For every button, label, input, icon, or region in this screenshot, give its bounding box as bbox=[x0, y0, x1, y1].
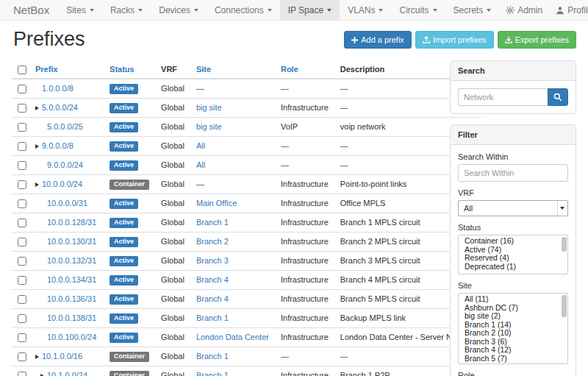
site-cell: — bbox=[190, 79, 275, 99]
row-checkbox[interactable] bbox=[18, 276, 26, 285]
prefix-link[interactable]: 10.0.0.130/31 bbox=[47, 237, 96, 246]
row-checkbox[interactable] bbox=[18, 219, 26, 227]
caret-down-icon bbox=[487, 9, 491, 12]
caret-slot bbox=[40, 313, 47, 323]
nav-item-racks[interactable]: Racks bbox=[102, 0, 151, 20]
role-value: Infrastructure bbox=[275, 194, 334, 213]
import-prefixes-button[interactable]: Import prefixes bbox=[415, 31, 494, 49]
listbox-option[interactable]: Reserved (4) bbox=[462, 254, 560, 263]
listbox-option[interactable]: Container (16) bbox=[462, 237, 560, 246]
listbox-option[interactable]: big site (2) bbox=[462, 312, 560, 321]
caret-slot bbox=[40, 256, 47, 266]
nav-item-admin[interactable]: Admin bbox=[499, 0, 549, 20]
site-link[interactable]: Branch 1 bbox=[196, 313, 229, 322]
prefix-link[interactable]: 9.0.0.0/8 bbox=[42, 141, 74, 150]
site-link[interactable]: Branch 1 bbox=[196, 218, 229, 227]
site-link[interactable]: Branch 3 bbox=[196, 256, 229, 265]
site-link[interactable]: Branch 1 bbox=[196, 371, 229, 376]
prefix-link[interactable]: 10.0.100.0/24 bbox=[47, 333, 96, 341]
nav-item-connections[interactable]: Connections bbox=[207, 0, 280, 20]
nav-label: Connections bbox=[215, 5, 264, 15]
site-link[interactable]: Branch 4 bbox=[196, 275, 229, 284]
nav-item-ip-space[interactable]: IP Space bbox=[280, 0, 340, 20]
select-all-checkbox[interactable] bbox=[18, 65, 26, 74]
col-header-site[interactable]: Site bbox=[190, 60, 275, 79]
site-link[interactable]: Branch 1 bbox=[196, 352, 229, 361]
listbox-option[interactable]: Branch 4 (12) bbox=[462, 346, 560, 355]
status-badge: Active bbox=[110, 218, 138, 228]
depth-indent bbox=[35, 339, 40, 340]
nav-item-profile[interactable]: Profile bbox=[549, 0, 588, 20]
status-badge: Active bbox=[110, 84, 138, 94]
table-row: 10.0.0.134/31 Active Global Branch 4 Inf… bbox=[12, 271, 481, 290]
add-prefix-button[interactable]: Add a prefix bbox=[344, 31, 412, 49]
nav-item-sites[interactable]: Sites bbox=[58, 0, 102, 20]
row-checkbox[interactable] bbox=[18, 199, 26, 208]
row-checkbox[interactable] bbox=[18, 104, 26, 113]
vrf-select[interactable]: All bbox=[458, 200, 568, 216]
row-checkbox[interactable] bbox=[18, 333, 26, 342]
scrollbar-thumb[interactable] bbox=[562, 237, 567, 252]
row-checkbox[interactable] bbox=[18, 123, 26, 132]
row-checkbox[interactable] bbox=[18, 85, 26, 93]
page-header: Prefixes Add a prefix Import prefixes Ex… bbox=[12, 25, 576, 60]
search-within-input[interactable] bbox=[458, 164, 568, 182]
search-button[interactable] bbox=[548, 88, 568, 106]
nav-item-secrets[interactable]: Secrets bbox=[445, 0, 500, 20]
prefix-link[interactable]: 10.1.0.0/24 bbox=[47, 371, 87, 376]
prefix-link[interactable]: 10.0.0.0/31 bbox=[47, 199, 87, 207]
depth-indent bbox=[35, 282, 40, 283]
site-link[interactable]: big site bbox=[196, 103, 222, 112]
row-checkbox[interactable] bbox=[18, 352, 26, 361]
col-header-prefix[interactable]: Prefix bbox=[29, 60, 104, 79]
status-listbox[interactable]: Container (16)Active (74)Reserved (4)Dep… bbox=[458, 235, 568, 274]
site-link[interactable]: Branch 2 bbox=[196, 237, 229, 246]
role-value: Infrastructure bbox=[275, 99, 334, 118]
prefix-link[interactable]: 10.0.0.0/24 bbox=[42, 180, 82, 188]
col-header-status[interactable]: Status bbox=[104, 60, 155, 79]
prefix-link[interactable]: 10.1.0.0/16 bbox=[42, 352, 82, 361]
caret-slot bbox=[40, 237, 47, 246]
row-checkbox[interactable] bbox=[18, 142, 26, 151]
prefix-link[interactable]: 9.0.0.0/24 bbox=[47, 160, 83, 169]
caret-slot bbox=[35, 352, 42, 361]
nav-item-devices[interactable]: Devices bbox=[151, 0, 207, 20]
prefix-link[interactable]: 10.0.0.138/31 bbox=[47, 313, 96, 322]
brand[interactable]: NetBox bbox=[7, 0, 58, 20]
export-icon bbox=[505, 36, 512, 43]
listbox-option[interactable]: All (11) bbox=[462, 295, 560, 304]
listbox-option[interactable]: Deprecated (1) bbox=[462, 263, 560, 272]
row-checkbox[interactable] bbox=[18, 180, 26, 189]
site-listbox[interactable]: All (11)Ashburn DC (7)big site (2)Branch… bbox=[458, 293, 568, 364]
row-checkbox[interactable] bbox=[18, 295, 26, 304]
col-header-role[interactable]: Role bbox=[275, 60, 334, 79]
export-prefixes-button[interactable]: Export prefixes bbox=[498, 31, 576, 49]
caret-slot bbox=[40, 294, 47, 304]
site-link[interactable]: All bbox=[196, 160, 205, 169]
prefix-link[interactable]: 10.0.0.128/31 bbox=[47, 218, 96, 227]
site-link[interactable]: Branch 4 bbox=[196, 294, 229, 303]
role-value: Infrastructure bbox=[275, 366, 334, 376]
row-checkbox[interactable] bbox=[18, 161, 26, 170]
prefix-link[interactable]: 10.0.0.134/31 bbox=[47, 275, 96, 284]
row-checkbox[interactable] bbox=[18, 238, 26, 246]
prefix-link[interactable]: 10.0.0.132/31 bbox=[47, 256, 96, 265]
row-checkbox[interactable] bbox=[18, 372, 26, 376]
site-link[interactable]: London Data Center bbox=[196, 333, 269, 341]
search-input[interactable] bbox=[458, 88, 548, 106]
prefix-link[interactable]: 5.0.0.0/24 bbox=[42, 103, 78, 112]
row-checkbox[interactable] bbox=[18, 257, 26, 266]
row-checkbox[interactable] bbox=[18, 314, 26, 323]
prefix-link[interactable]: 1.0.0.0/8 bbox=[42, 84, 74, 93]
nav-item-circuits[interactable]: Circuits bbox=[391, 0, 445, 20]
site-link[interactable]: All bbox=[196, 141, 205, 150]
scrollbar-thumb[interactable] bbox=[562, 295, 567, 317]
listbox-option[interactable]: COLO-1-24 (9) bbox=[462, 363, 560, 364]
page: NetBox Sites Racks Devices Connections I… bbox=[0, 0, 588, 376]
listbox-option[interactable]: Branch 2 (10) bbox=[462, 329, 560, 338]
prefix-link[interactable]: 10.0.0.136/31 bbox=[47, 294, 96, 303]
site-link[interactable]: big site bbox=[196, 122, 222, 131]
prefix-link[interactable]: 5.0.0.0/25 bbox=[47, 122, 83, 131]
nav-item-vlans[interactable]: VLANs bbox=[340, 0, 391, 20]
site-link[interactable]: Main Office bbox=[196, 199, 237, 207]
